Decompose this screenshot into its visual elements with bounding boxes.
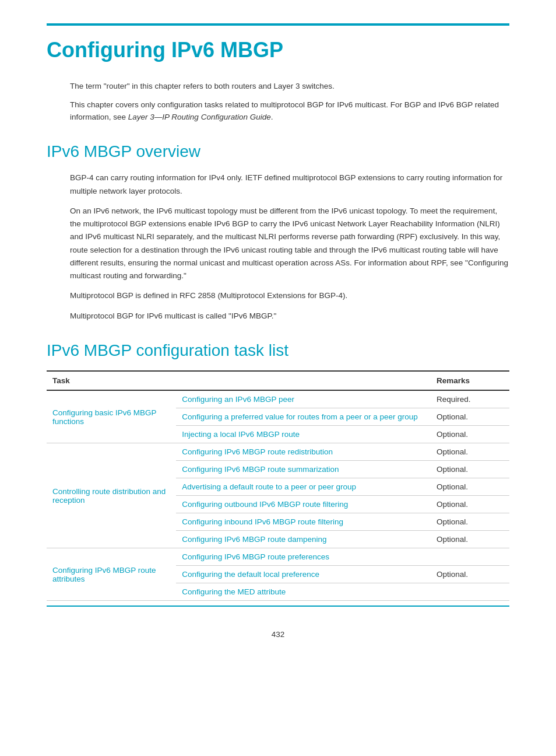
link-column-header	[176, 371, 431, 390]
section2-title: IPv6 MBGP configuration task list	[47, 340, 509, 361]
bottom-border	[47, 606, 509, 607]
section1-para2: On an IPv6 network, the IPv6 multicast t…	[70, 205, 509, 283]
task-group-cell[interactable]: Configuring IPv6 MBGP route attributes	[47, 548, 176, 601]
remarks-cell	[431, 548, 509, 566]
task-table: Task Remarks Configuring basic IPv6 MBGP…	[47, 370, 509, 601]
remarks-cell: Optional.	[431, 513, 509, 531]
task-link[interactable]: Configuring inbound IPv6 MBGP route filt…	[182, 517, 343, 526]
table-row: Configuring basic IPv6 MBGP functionsCon…	[47, 390, 509, 408]
task-link[interactable]: Configuring IPv6 MBGP route preferences	[182, 552, 329, 561]
task-link[interactable]: Configuring the default local preference	[182, 570, 319, 579]
remarks-cell: Optional.	[431, 478, 509, 496]
page-number: 432	[47, 630, 509, 639]
table-row: Controlling route distribution and recep…	[47, 443, 509, 461]
section1-para3: Multiprotocol BGP is defined in RFC 2858…	[70, 289, 509, 302]
task-link-cell[interactable]: Advertising a default route to a peer or…	[176, 478, 431, 496]
remarks-cell: Optional.	[431, 408, 509, 426]
task-column-header: Task	[47, 371, 176, 390]
task-link-cell[interactable]: Configuring an IPv6 MBGP peer	[176, 390, 431, 408]
section1-title: IPv6 MBGP overview	[47, 141, 509, 162]
page-title: Configuring IPv6 MBGP	[47, 37, 509, 62]
task-link-cell[interactable]: Injecting a local IPv6 MBGP route	[176, 426, 431, 443]
table-row: Configuring IPv6 MBGP route attributesCo…	[47, 548, 509, 566]
intro-para2-italic: Layer 3—IP Routing Configuration Guide	[128, 113, 271, 121]
section1-para4: Multiprotocol BGP for IPv6 multicast is …	[70, 310, 509, 323]
task-link-cell[interactable]: Configuring IPv6 MBGP route redistributi…	[176, 443, 431, 461]
task-link[interactable]: Configuring a preferred value for routes…	[182, 412, 417, 421]
intro-para1: The term "router" in this chapter refers…	[70, 80, 509, 93]
remarks-column-header: Remarks	[431, 371, 509, 390]
task-link[interactable]: Configuring IPv6 MBGP route redistributi…	[182, 447, 333, 456]
top-border	[47, 23, 509, 26]
remarks-cell: Optional.	[431, 531, 509, 548]
task-link[interactable]: Configuring an IPv6 MBGP peer	[182, 395, 294, 404]
remarks-cell: Optional.	[431, 426, 509, 443]
remarks-cell: Required.	[431, 390, 509, 408]
page-container: Configuring IPv6 MBGP The term "router" …	[0, 0, 556, 674]
task-link[interactable]: Configuring the MED attribute	[182, 587, 286, 596]
task-link-cell[interactable]: Configuring the default local preference	[176, 566, 431, 583]
intro-para2-text2: .	[271, 113, 273, 121]
task-group-cell[interactable]: Controlling route distribution and recep…	[47, 443, 176, 548]
task-link-cell[interactable]: Configuring IPv6 MBGP route preferences	[176, 548, 431, 566]
task-link-cell[interactable]: Configuring inbound IPv6 MBGP route filt…	[176, 513, 431, 531]
remarks-cell	[431, 583, 509, 601]
remarks-cell: Optional.	[431, 496, 509, 513]
remarks-cell: Optional.	[431, 566, 509, 583]
task-link-cell[interactable]: Configuring IPv6 MBGP route summarizatio…	[176, 461, 431, 478]
task-link[interactable]: Configuring IPv6 MBGP route dampening	[182, 535, 326, 544]
table-header-row: Task Remarks	[47, 371, 509, 390]
task-link-cell[interactable]: Configuring the MED attribute	[176, 583, 431, 601]
task-link[interactable]: Configuring IPv6 MBGP route summarizatio…	[182, 465, 339, 474]
section1-para1: BGP-4 can carry routing information for …	[70, 172, 509, 198]
task-link-cell[interactable]: Configuring outbound IPv6 MBGP route fil…	[176, 496, 431, 513]
task-link-cell[interactable]: Configuring IPv6 MBGP route dampening	[176, 531, 431, 548]
task-link[interactable]: Configuring outbound IPv6 MBGP route fil…	[182, 500, 348, 509]
task-link[interactable]: Injecting a local IPv6 MBGP route	[182, 430, 300, 439]
remarks-cell: Optional.	[431, 443, 509, 461]
task-link-cell[interactable]: Configuring a preferred value for routes…	[176, 408, 431, 426]
remarks-cell: Optional.	[431, 461, 509, 478]
intro-para2: This chapter covers only configuration t…	[70, 99, 509, 124]
task-link[interactable]: Advertising a default route to a peer or…	[182, 482, 356, 491]
task-group-cell[interactable]: Configuring basic IPv6 MBGP functions	[47, 390, 176, 443]
